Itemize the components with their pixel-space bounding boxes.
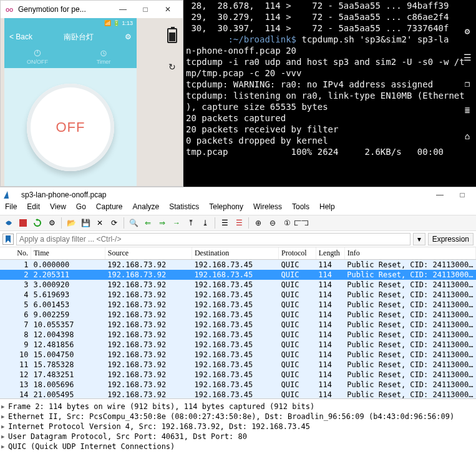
filter-bookmark-icon[interactable] xyxy=(2,234,14,245)
packet-row[interactable]: 1217.483251192.168.73.92192.168.73.45QUI… xyxy=(0,370,476,380)
wireshark-titlebar[interactable]: sp3-lan-phone-onoff.pcap — □ xyxy=(0,187,476,202)
rotate-icon[interactable]: ↻ xyxy=(168,62,176,72)
term-home-icon[interactable]: ⌂ xyxy=(461,130,474,142)
term-windows-icon[interactable]: ❐ xyxy=(461,77,474,90)
detail-frame[interactable]: Frame 2: 114 bytes on wire (912 bits), 1… xyxy=(8,402,314,412)
tool-colorize-icon[interactable]: ☰ xyxy=(233,217,245,229)
packet-row[interactable]: 912.481856192.168.73.92192.168.73.45QUIC… xyxy=(0,340,476,350)
menu-analyze[interactable]: Analyze xyxy=(133,202,160,215)
tool-reload-icon[interactable]: ⟳ xyxy=(108,217,120,229)
terminal-window[interactable]: 28, 28.678, 114 > 72 - 5aa5aa55 ... 94ba… xyxy=(183,0,476,187)
tab-timer-label: Timer xyxy=(97,59,111,65)
tool-close-icon[interactable]: ✕ xyxy=(94,217,106,229)
term-line: tcpdump -i ra0 udp and host sp3 and sim2… xyxy=(186,57,465,67)
tool-zoom-in-icon[interactable]: ⊕ xyxy=(252,217,265,229)
hdr-info[interactable]: Info xyxy=(344,247,475,260)
tool-find-icon[interactable]: 🔍 xyxy=(127,217,140,229)
tool-stop-capture-icon[interactable] xyxy=(17,217,29,229)
tool-autoscroll-icon[interactable]: ☰ xyxy=(218,217,231,229)
tool-resize-cols-icon[interactable]: ⫍⫎ xyxy=(295,217,308,229)
packet-row[interactable]: 812.004398192.168.73.92192.168.73.45QUIC… xyxy=(0,330,476,340)
term-menu-icon[interactable]: ☰ xyxy=(461,51,474,64)
tab-timer[interactable]: Timer xyxy=(70,46,137,68)
tool-zoom-out-icon[interactable]: ⊖ xyxy=(266,217,279,229)
caret-icon[interactable]: ▶ xyxy=(1,402,7,412)
tool-open-icon[interactable]: 📂 xyxy=(65,217,77,229)
term-settings-icon[interactable]: ⚙ xyxy=(461,25,474,37)
window-maximize-button[interactable]: □ xyxy=(134,2,157,17)
packet-list[interactable]: No. Time Source Destination Protocol Len… xyxy=(0,247,476,398)
packet-row[interactable]: 69.002259192.168.73.92192.168.73.45QUIC1… xyxy=(0,310,476,320)
caret-icon[interactable]: ▶ xyxy=(1,422,7,432)
power-dial[interactable]: OFF xyxy=(27,84,114,171)
ws-max-button[interactable]: □ xyxy=(451,187,474,202)
back-button[interactable]: < Back xyxy=(9,32,32,41)
ws-min-button[interactable]: — xyxy=(429,187,451,202)
filter-dropdown-icon[interactable]: ▾ xyxy=(413,233,425,245)
menu-statistics[interactable]: Statistics xyxy=(169,202,199,215)
window-minimize-button[interactable]: — xyxy=(112,2,134,17)
battery-widget-icon[interactable] xyxy=(167,28,177,43)
wireshark-menubar[interactable]: File Edit View Go Capture Analyze Statis… xyxy=(0,202,476,215)
genymotion-window: oo Genymotion for pe... — □ ✕ 📶 🔋 1:13 <… xyxy=(0,0,183,187)
packet-row[interactable]: 1015.004750192.168.73.92192.168.73.45QUI… xyxy=(0,350,476,360)
tool-restart-capture-icon[interactable] xyxy=(31,217,44,229)
term-line: 0 packets dropped by kernel xyxy=(186,136,328,146)
genymotion-logo-icon: oo xyxy=(4,4,14,14)
packet-row[interactable]: 45.619693192.168.73.92192.168.73.45QUIC1… xyxy=(0,290,476,300)
packet-row[interactable]: 10.000000192.168.73.92192.168.73.45QUIC1… xyxy=(0,260,476,270)
term-line: 20 packets captured xyxy=(186,113,286,123)
packet-row[interactable]: 33.000920192.168.73.92192.168.73.45QUIC1… xyxy=(0,280,476,290)
tool-first-icon[interactable]: ⤒ xyxy=(185,217,197,229)
detail-quic[interactable]: QUIC (Quick UDP Internet Connections) xyxy=(8,442,175,452)
hdr-source[interactable]: Source xyxy=(105,247,192,260)
menu-telephony[interactable]: Telephony xyxy=(209,202,243,215)
packet-row[interactable]: 22.205311192.168.73.92192.168.73.45QUIC1… xyxy=(0,270,476,280)
caret-icon[interactable]: ▶ xyxy=(1,442,7,452)
detail-ip[interactable]: Internet Protocol Version 4, Src: 192.16… xyxy=(8,422,310,432)
packet-row[interactable]: 56.001453192.168.73.92192.168.73.45QUIC1… xyxy=(0,300,476,310)
tab-onoff[interactable]: ON/OFF xyxy=(4,46,70,68)
detail-eth[interactable]: Ethernet II, Src: PcsCompu_43:50:8e (08:… xyxy=(8,412,454,422)
hdr-time[interactable]: Time xyxy=(31,247,105,260)
genymotion-titlebar[interactable]: oo Genymotion for pe... — □ ✕ xyxy=(1,1,183,18)
detail-udp[interactable]: User Datagram Protocol, Src Port: 40631,… xyxy=(8,432,247,442)
hdr-len[interactable]: Length xyxy=(316,247,344,260)
term-line: tcpdump: listening on ra0, link-type EN1… xyxy=(186,91,465,101)
packet-row[interactable]: 1421.005495192.168.73.92192.168.73.45QUI… xyxy=(0,390,476,398)
window-close-button[interactable]: ✕ xyxy=(157,2,179,17)
tool-jump-icon[interactable]: → xyxy=(170,217,183,229)
phone-screen[interactable]: 📶 🔋 1:13 < Back 南卧台灯 ⚙ ON/OFF xyxy=(4,18,137,186)
hdr-dest[interactable]: Destination xyxy=(192,247,278,260)
menu-edit[interactable]: Edit xyxy=(27,202,40,215)
tool-options-icon[interactable]: ⚙ xyxy=(46,217,58,229)
packet-row[interactable]: 1318.005696192.168.73.92192.168.73.45QUI… xyxy=(0,380,476,390)
packet-row[interactable]: 1115.785328192.168.73.92192.168.73.45QUI… xyxy=(0,360,476,370)
hdr-no[interactable]: No. xyxy=(0,247,31,260)
packet-details[interactable]: ▶Frame 2: 114 bytes on wire (912 bits), … xyxy=(0,398,476,469)
gear-icon[interactable]: ⚙ xyxy=(125,32,132,41)
tool-start-capture-icon[interactable] xyxy=(2,217,15,229)
tool-prev-icon[interactable]: ⇐ xyxy=(142,217,154,229)
app-title: 南卧台灯 xyxy=(64,32,94,42)
prompt-user xyxy=(186,34,228,44)
packet-row[interactable]: 710.055357192.168.73.92192.168.73.45QUIC… xyxy=(0,320,476,330)
menu-go[interactable]: Go xyxy=(76,202,86,215)
display-filter-input[interactable] xyxy=(16,233,410,245)
menu-help[interactable]: Help xyxy=(319,202,335,215)
menu-tools[interactable]: Tools xyxy=(292,202,309,215)
tool-zoom-reset-icon[interactable]: ① xyxy=(281,217,293,229)
menu-capture[interactable]: Capture xyxy=(96,202,123,215)
term-list-icon[interactable]: ≣ xyxy=(461,104,474,116)
tool-last-icon[interactable]: ⤓ xyxy=(199,217,211,229)
tool-next-icon[interactable]: ⇒ xyxy=(156,217,168,229)
menu-file[interactable]: File xyxy=(5,202,17,215)
hdr-proto[interactable]: Protocol xyxy=(278,247,316,260)
expression-button[interactable]: Expression xyxy=(428,233,474,245)
tool-save-icon[interactable]: 💾 xyxy=(79,217,92,229)
menu-view[interactable]: View xyxy=(50,202,66,215)
caret-icon[interactable]: ▶ xyxy=(1,412,7,422)
menu-wireless[interactable]: Wireless xyxy=(253,202,282,215)
prompt-path: :~/broadlink$ xyxy=(228,34,301,44)
caret-icon[interactable]: ▶ xyxy=(1,432,7,442)
